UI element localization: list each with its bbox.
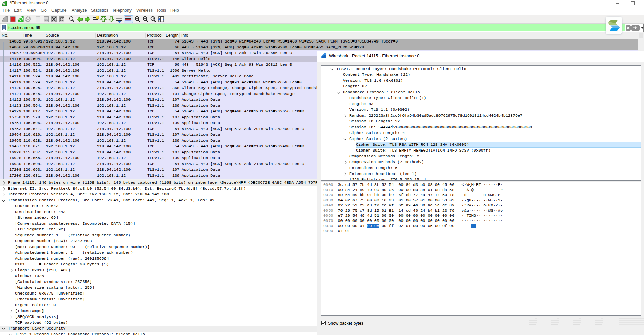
- svg-text:010: 010: [45, 19, 48, 21]
